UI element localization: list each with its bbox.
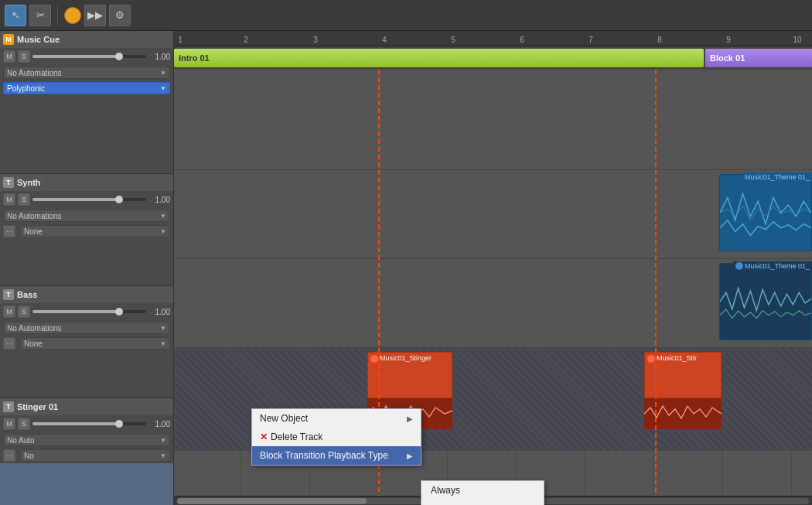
automation-select-stinger[interactable]: No Auto ▼ — [3, 434, 170, 446]
track-header-stinger: T Stinger 01 — [0, 398, 173, 415]
music-cue-row — [174, 70, 812, 170]
track-controls-stinger: M S 1.00 — [0, 415, 173, 432]
automation-row-stinger: No Auto ▼ — [0, 432, 173, 448]
automation-row-bass: No Automations ▼ — [0, 320, 173, 336]
clip-block01[interactable]: Block 01 — [705, 49, 812, 67]
stinger-clip-icon-1 — [370, 355, 378, 363]
volume-slider-music-cue[interactable] — [32, 55, 146, 58]
dots-btn-bass[interactable]: ··· — [3, 337, 15, 350]
mute-button-stinger[interactable]: M — [3, 418, 15, 430]
dropdown-arrow-3: ▼ — [160, 213, 166, 220]
track-name-music-cue: Music Cue — [17, 35, 60, 44]
ctx-block-transition[interactable]: Block Transition Playback Type ▶ Always … — [252, 446, 421, 465]
clips-row: Intro 01 Block 01 — [174, 46, 812, 70]
solo-button-bass[interactable]: S — [18, 305, 30, 318]
ctx-delete-track[interactable]: ✕ Delete Track — [252, 428, 421, 446]
track-icon-synth: T — [3, 177, 14, 188]
track-header-bass: T Bass — [0, 286, 173, 303]
mute-button-synth[interactable]: M — [3, 193, 15, 206]
track-controls-synth: M S 1.00 — [0, 191, 173, 208]
ruler-mark-2: 2 — [244, 36, 248, 44]
volume-slider-stinger[interactable] — [32, 422, 146, 425]
mode-row-bass: ··· None ▼ — [0, 336, 173, 351]
ruler-mark-9: 9 — [726, 36, 731, 44]
volume-slider-synth[interactable] — [32, 198, 146, 201]
track-name-stinger: Stinger 01 — [17, 402, 58, 411]
track-bass: T Bass M S 1.00 No Automations ▼ ··· — [0, 286, 173, 398]
mute-button-music-cue[interactable]: M — [3, 50, 15, 63]
dots-btn-stinger[interactable]: ··· — [3, 449, 15, 462]
dropdown-arrow-2: ▼ — [160, 85, 166, 92]
mode-select-bass[interactable]: None ▼ — [20, 337, 170, 350]
mode-select-synth[interactable]: None ▼ — [20, 225, 170, 237]
track-list: M Music Cue M S 1.00 No Automations ▼ — [0, 31, 174, 505]
volume-slider-bass[interactable] — [32, 310, 146, 313]
ruler-mark-7: 7 — [589, 36, 593, 44]
ctx-block-transition-arrow: ▶ — [407, 452, 413, 460]
track-header-music-cue: M Music Cue — [0, 31, 173, 48]
track-synth: T Synth M S 1.00 No Automations ▼ ··· — [0, 174, 173, 286]
ctx-delete-track-label: Delete Track — [271, 432, 413, 442]
solo-button-music-cue[interactable]: S — [18, 50, 30, 63]
automation-select-music-cue[interactable]: No Automations ▼ — [3, 67, 170, 79]
track-empty-music-cue — [0, 96, 173, 173]
volume-value-music-cue: 1.00 — [148, 53, 170, 61]
x-icon: ✕ — [260, 432, 268, 442]
track-music-cue: M Music Cue M S 1.00 No Automations ▼ — [0, 31, 173, 174]
synth-row: Music01_Theme 01_ — [174, 170, 812, 259]
solo-button-stinger[interactable]: S — [18, 418, 30, 430]
track-name-synth: Synth — [17, 178, 41, 187]
track-name-bass: Bass — [17, 290, 37, 299]
submenu-transition[interactable]: Transition — [421, 500, 544, 505]
scrollbar-thumb[interactable] — [177, 498, 367, 504]
mode-select-stinger[interactable]: No ▼ — [20, 449, 170, 462]
timeline: 1 2 3 4 5 6 7 8 9 10 Intro 01 Block 01 — [174, 31, 812, 505]
ruler-mark-4: 4 — [382, 36, 387, 44]
solo-button-synth[interactable]: S — [18, 193, 30, 206]
automation-row-music-cue: No Automations ▼ — [0, 65, 173, 80]
ruler-mark-8: 8 — [657, 36, 662, 44]
track-header-synth: T Synth — [0, 174, 173, 191]
submenu-always[interactable]: Always — [421, 481, 544, 500]
forward-button[interactable]: ▶▶ — [84, 5, 106, 26]
track-empty-stinger — [0, 463, 173, 505]
automation-select-bass[interactable]: No Automations ▼ — [3, 322, 170, 334]
track-empty-bass — [0, 351, 173, 398]
mute-button-bass[interactable]: M — [3, 305, 15, 318]
dropdown-arrow-5: ▼ — [160, 325, 166, 332]
ruler-mark-1: 1 — [178, 36, 183, 44]
dropdown-arrow-4: ▼ — [160, 228, 166, 235]
cursor-tool[interactable]: ↖ — [5, 5, 26, 26]
track-empty-synth — [0, 239, 173, 285]
submenu: Always Transition First After Transition — [421, 480, 544, 505]
track-controls-bass: M S 1.00 — [0, 303, 173, 320]
ruler: 1 2 3 4 5 6 7 8 9 10 — [174, 31, 812, 46]
ctx-new-object-arrow: ▶ — [407, 415, 413, 423]
main-layout: M Music Cue M S 1.00 No Automations ▼ — [0, 31, 812, 505]
stinger-clip-label-1: Music01_Stinger — [380, 354, 432, 362]
mode-row-music-cue: Polyphonic ▼ — [0, 80, 173, 96]
mode-select-music-cue[interactable]: Polyphonic ▼ — [3, 82, 170, 94]
transition-line-2 — [655, 70, 657, 496]
automation-row-synth: No Automations ▼ — [0, 208, 173, 223]
clip-intro[interactable]: Intro 01 — [174, 49, 704, 67]
ctx-new-object[interactable]: New Object ▶ — [252, 409, 421, 428]
dropdown-arrow: ▼ — [160, 70, 166, 77]
dots-btn-synth[interactable]: ··· — [3, 225, 15, 237]
automation-select-synth[interactable]: No Automations ▼ — [3, 210, 170, 222]
record-button[interactable] — [64, 7, 81, 24]
ruler-mark-3: 3 — [313, 36, 318, 44]
scissors-tool[interactable]: ✂ — [29, 5, 51, 26]
stinger-clip-label-2: Music01_Stir — [657, 354, 697, 362]
track-icon-stinger: T — [3, 401, 14, 412]
ruler-mark-10: 10 — [793, 36, 801, 44]
dropdown-arrow-8: ▼ — [160, 452, 166, 459]
toolbar: ↖ ✂ ▶▶ ⚙ — [0, 0, 812, 31]
stinger-clip-1: Music01_Stinger — [367, 352, 452, 398]
track-icon-music-cue: M — [3, 34, 14, 45]
settings-button[interactable]: ⚙ — [109, 5, 131, 26]
volume-value-stinger: 1.00 — [148, 420, 170, 428]
ctx-new-object-label: New Object — [260, 413, 308, 424]
context-menu-container: New Object ▶ ✕ Delete Track Block Transi… — [251, 408, 421, 466]
ctx-block-transition-label: Block Transition Playback Type — [260, 450, 388, 461]
